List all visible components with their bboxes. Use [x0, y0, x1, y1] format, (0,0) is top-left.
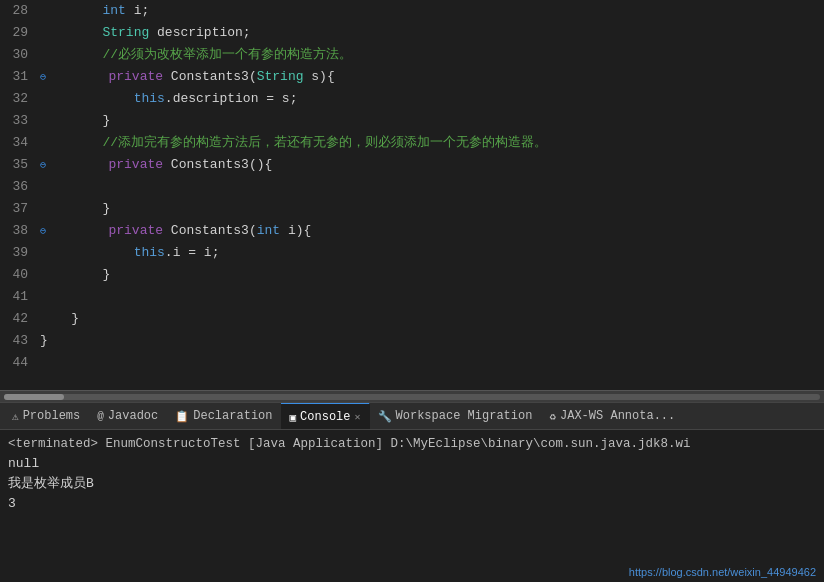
tab-label-problems: Problems [23, 409, 81, 423]
token [40, 25, 102, 40]
token: } [40, 267, 110, 282]
code-line: 30 //必须为改枚举添加一个有参的构造方法。 [0, 44, 824, 66]
console-terminated-line: <terminated> EnumConstructoTest [Java Ap… [8, 434, 816, 454]
token: .description = s; [165, 91, 298, 106]
token: this [134, 91, 165, 106]
token: this [134, 245, 165, 260]
token: .i = i; [165, 245, 220, 260]
token: } [40, 201, 110, 216]
code-line: 34 //添加完有参的构造方法后，若还有无参的，则必须添加一个无参的构造器。 [0, 132, 824, 154]
token [40, 3, 102, 18]
line-number: 44 [0, 352, 40, 374]
token: int [102, 3, 125, 18]
tab-label-jaxws: JAX-WS Annota... [560, 409, 675, 423]
console-output-line: null [8, 454, 816, 474]
code-line: 35⊖ private Constants3(){ [0, 154, 824, 176]
token: } [40, 333, 48, 348]
token: i; [126, 3, 149, 18]
code-line: 39 this.i = i; [0, 242, 824, 264]
line-number: 37 [0, 198, 40, 220]
token: } [40, 311, 79, 326]
line-content: private Constants3(){ [46, 154, 824, 176]
token: Constants3( [163, 223, 257, 238]
token: //添加完有参的构造方法后，若还有无参的，则必须添加一个无参的构造器。 [102, 135, 547, 150]
line-content: String description; [40, 22, 824, 44]
code-line: 29 String description; [0, 22, 824, 44]
token: description; [149, 25, 250, 40]
tab-label-workspace: Workspace Migration [396, 409, 533, 423]
tab-label-javadoc: Javadoc [108, 409, 158, 423]
code-line: 41 [0, 286, 824, 308]
code-line: 37 } [0, 198, 824, 220]
tab-icon-console: ▣ [289, 411, 296, 424]
token [46, 69, 108, 84]
code-line: 32 this.description = s; [0, 88, 824, 110]
scrollbar-area[interactable] [0, 390, 824, 402]
tab-console[interactable]: ▣Console✕ [281, 402, 369, 430]
scrollbar-thumb[interactable] [4, 394, 64, 400]
line-content: this.i = i; [40, 242, 824, 264]
token: private [108, 223, 163, 238]
line-number: 39 [0, 242, 40, 264]
code-line: 40 } [0, 264, 824, 286]
tab-icon-jaxws: ♻ [549, 410, 556, 423]
tab-problems[interactable]: ⚠Problems [4, 402, 89, 430]
line-content: } [40, 308, 824, 330]
token: int [257, 223, 280, 238]
code-line: 28 int i; [0, 0, 824, 22]
code-line: 43} [0, 330, 824, 352]
line-content: //必须为改枚举添加一个有参的构造方法。 [40, 44, 824, 66]
line-content: } [40, 198, 824, 220]
scrollbar-track[interactable] [4, 394, 820, 400]
tab-icon-workspace: 🔧 [378, 410, 392, 423]
code-editor: 28 int i;29 String description;30 //必须为改… [0, 0, 824, 390]
token: } [40, 113, 110, 128]
token: String [257, 69, 304, 84]
line-number: 28 [0, 0, 40, 22]
token: i){ [280, 223, 311, 238]
line-number: 29 [0, 22, 40, 44]
token [46, 223, 108, 238]
line-number: 34 [0, 132, 40, 154]
tab-close-console[interactable]: ✕ [355, 411, 361, 423]
line-number: 36 [0, 176, 40, 198]
line-content: } [40, 264, 824, 286]
line-number: 30 [0, 44, 40, 66]
console-area: <terminated> EnumConstructoTest [Java Ap… [0, 430, 824, 518]
code-lines: 28 int i;29 String description;30 //必须为改… [0, 0, 824, 374]
code-line: 38⊖ private Constants3(int i){ [0, 220, 824, 242]
line-content: } [40, 110, 824, 132]
watermark: https://blog.csdn.net/weixin_44949462 [629, 566, 816, 578]
line-number: 41 [0, 286, 40, 308]
code-line: 31⊖ private Constants3(String s){ [0, 66, 824, 88]
line-number: 33 [0, 110, 40, 132]
token: Constants3( [163, 69, 257, 84]
line-content: this.description = s; [40, 88, 824, 110]
tab-bar: ⚠Problems@Javadoc📋Declaration▣Console✕🔧W… [0, 402, 824, 430]
code-line: 42 } [0, 308, 824, 330]
bottom-section: <terminated> EnumConstructoTest [Java Ap… [0, 430, 824, 582]
tab-javadoc[interactable]: @Javadoc [89, 402, 167, 430]
tab-label-console: Console [300, 410, 350, 424]
token: String [102, 25, 149, 40]
line-number: 40 [0, 264, 40, 286]
token: //必须为改枚举添加一个有参的构造方法。 [102, 47, 352, 62]
token [40, 135, 102, 150]
token [40, 245, 134, 260]
console-output-line: 我是枚举成员B [8, 474, 816, 494]
token [46, 157, 108, 172]
line-number: 35 [0, 154, 40, 176]
tab-workspace[interactable]: 🔧Workspace Migration [370, 402, 542, 430]
line-content: //添加完有参的构造方法后，若还有无参的，则必须添加一个无参的构造器。 [40, 132, 824, 154]
tab-declaration[interactable]: 📋Declaration [167, 402, 281, 430]
line-content: private Constants3(String s){ [46, 66, 824, 88]
line-content: int i; [40, 0, 824, 22]
token: s){ [304, 69, 335, 84]
line-number: 43 [0, 330, 40, 352]
token: Constants3(){ [163, 157, 272, 172]
console-output-line: 3 [8, 494, 816, 514]
tab-icon-declaration: 📋 [175, 410, 189, 423]
tab-jaxws[interactable]: ♻JAX-WS Annota... [541, 402, 684, 430]
line-number: 42 [0, 308, 40, 330]
line-content: } [40, 330, 824, 352]
